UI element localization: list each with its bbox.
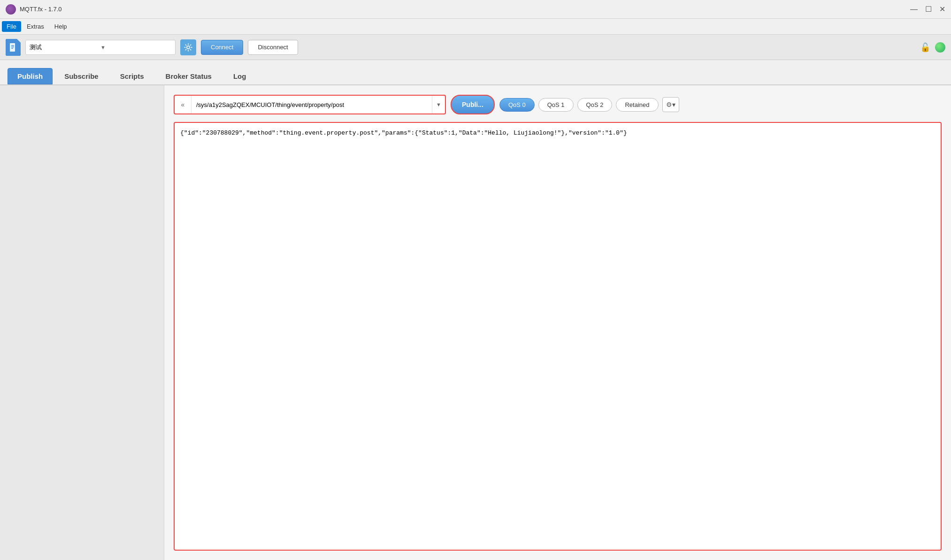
tab-bar: Publish Subscribe Scripts Broker Status …	[0, 60, 951, 85]
topic-input-wrapper: « ▼	[174, 95, 446, 114]
connection-name: 测试	[30, 43, 100, 52]
retained-button[interactable]: Retained	[616, 98, 658, 112]
sidebar	[0, 85, 164, 560]
dropdown-arrow-icon: ▼	[100, 45, 171, 50]
main-content: « ▼ Publi... QoS 0 QoS 1 QoS 2 Retained …	[0, 85, 951, 560]
menu-file[interactable]: File	[2, 21, 21, 32]
lock-icon: 🔓	[920, 42, 930, 53]
tab-subscribe[interactable]: Subscribe	[54, 68, 108, 84]
connection-selector[interactable]: 测试 ▼	[25, 40, 176, 55]
topic-input[interactable]	[192, 101, 432, 108]
disconnect-button[interactable]: Disconnect	[248, 40, 298, 55]
tab-publish[interactable]: Publish	[8, 68, 53, 84]
menu-bar: File Extras Help	[0, 19, 951, 35]
toolbar: 测试 ▼ Connect Disconnect 🔓	[0, 35, 951, 60]
maximize-button[interactable]: ☐	[925, 6, 932, 13]
qos0-button[interactable]: QoS 0	[499, 98, 535, 112]
topic-back-button[interactable]: «	[175, 96, 192, 114]
qos-row: QoS 0 QoS 1 QoS 2 Retained ⚙▾	[499, 97, 679, 112]
topic-dropdown-arrow-icon[interactable]: ▼	[432, 96, 445, 114]
publish-button[interactable]: Publi...	[451, 95, 495, 114]
connect-button[interactable]: Connect	[201, 40, 243, 55]
app-logo	[6, 4, 16, 15]
close-button[interactable]: ✕	[939, 6, 945, 13]
tab-log[interactable]: Log	[223, 68, 256, 84]
title-bar: MQTT.fx - 1.7.0 — ☐ ✕	[0, 0, 951, 19]
publish-settings-button[interactable]: ⚙▾	[662, 97, 679, 112]
qos1-button[interactable]: QoS 1	[538, 98, 574, 112]
tab-scripts[interactable]: Scripts	[110, 68, 154, 84]
menu-extras[interactable]: Extras	[22, 21, 49, 32]
connection-status-indicator	[935, 42, 945, 53]
tab-broker-status[interactable]: Broker Status	[156, 68, 222, 84]
topic-row: « ▼ Publi... QoS 0 QoS 1 QoS 2 Retained …	[174, 95, 942, 114]
window-controls: — ☐ ✕	[910, 6, 945, 13]
minimize-button[interactable]: —	[910, 6, 918, 13]
new-connection-icon[interactable]	[6, 39, 21, 56]
settings-gear-button[interactable]	[180, 39, 196, 55]
menu-help[interactable]: Help	[50, 21, 72, 32]
publish-area: « ▼ Publi... QoS 0 QoS 1 QoS 2 Retained …	[164, 85, 951, 560]
qos2-button[interactable]: QoS 2	[577, 98, 613, 112]
svg-rect-0	[10, 43, 15, 52]
message-wrapper: {"id":"230788029","method":"thing.event.…	[174, 122, 942, 551]
app-title: MQTT.fx - 1.7.0	[20, 6, 910, 13]
svg-point-4	[187, 46, 190, 49]
message-textarea[interactable]: {"id":"230788029","method":"thing.event.…	[175, 123, 941, 550]
